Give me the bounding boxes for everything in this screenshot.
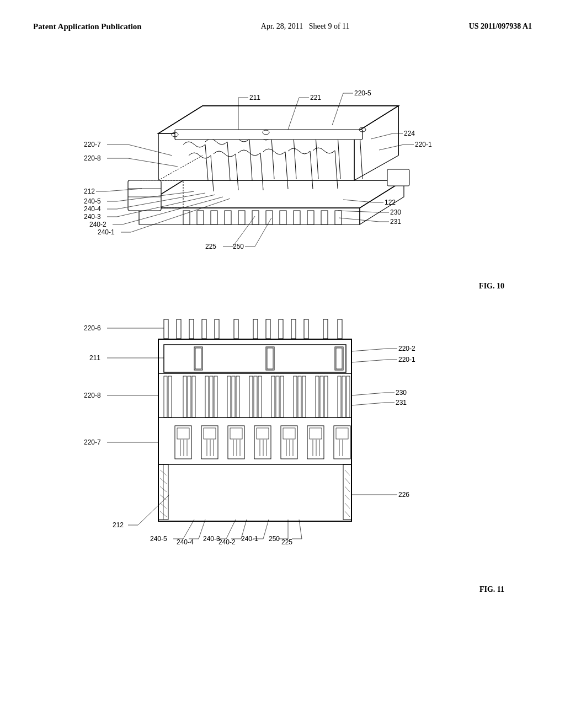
svg-line-188 [183,520,194,539]
label-220-7: 220-7 [84,141,101,148]
svg-line-69 [339,218,379,222]
svg-rect-75 [215,319,219,339]
label-220-7b: 220-7 [84,438,101,446]
label-240-5b: 240-5 [150,535,167,543]
svg-rect-74 [202,319,206,339]
label-240-3b: 240-3 [203,535,220,543]
label-240-1b: 240-1 [241,535,258,543]
patent-page: Patent Application Publication Apr. 28, … [0,0,565,728]
svg-rect-79 [279,319,283,339]
svg-rect-76 [234,319,238,339]
figure-10-section: 211 221 220-5 220-7 220-8 224 22 [33,48,532,291]
svg-rect-81 [304,319,308,339]
svg-rect-26 [225,211,231,224]
label-220-1b: 220-1 [398,356,415,363]
label-224: 224 [404,130,415,137]
svg-rect-28 [252,211,259,224]
svg-line-200 [299,520,302,539]
svg-rect-30 [280,211,286,224]
svg-line-67 [338,211,379,212]
svg-line-45 [371,133,393,139]
label-240-2b: 240-2 [218,538,236,546]
label-240-3: 240-3 [84,213,101,221]
svg-rect-33 [321,211,328,224]
fig10-caption: FIG. 10 [6,282,504,291]
fig10-svg: 211 221 220-5 220-7 220-8 224 22 [73,48,492,280]
label-230: 230 [390,208,401,216]
svg-rect-85 [164,345,346,372]
label-250b: 250 [269,535,280,543]
svg-line-174 [351,349,387,351]
label-220-2: 220-2 [398,345,415,352]
label-220-6: 220-6 [84,324,101,332]
page-header: Patent Application Publication Apr. 28, … [33,22,532,31]
label-122: 122 [385,199,396,206]
svg-rect-150 [334,426,350,459]
figure-11-section: 220-6 211 220-2 220-1 220-8 230 [33,307,532,594]
label-240-4b: 240-4 [177,538,194,546]
svg-rect-80 [291,319,296,339]
patent-number: US 2011/097938 A1 [469,22,532,31]
label-212b: 212 [113,521,124,529]
svg-rect-83 [338,319,342,339]
svg-marker-9 [158,133,354,180]
label-240-5: 240-5 [84,197,101,205]
fig11-caption: FIG. 11 [6,585,504,594]
label-211b: 211 [89,354,100,362]
svg-rect-31 [294,211,300,224]
svg-rect-27 [238,211,245,224]
svg-line-192 [226,520,236,539]
label-231b: 231 [396,399,407,406]
svg-rect-130 [228,426,244,459]
label-250: 250 [233,243,244,250]
label-225b: 225 [281,538,292,546]
svg-rect-140 [281,426,297,459]
svg-rect-25 [211,211,217,224]
svg-rect-22 [387,169,409,186]
svg-rect-72 [177,319,181,339]
label-220-5: 220-5 [354,89,371,97]
svg-rect-77 [253,319,258,339]
svg-line-176 [351,360,387,362]
svg-rect-71 [164,319,168,339]
svg-marker-0 [139,180,404,208]
svg-rect-29 [266,211,273,224]
svg-line-65 [343,200,374,202]
label-225: 225 [205,243,216,250]
pub-date: Apr. 28, 2011 [261,22,303,30]
svg-line-182 [351,403,385,405]
label-240-4: 240-4 [84,205,101,213]
label-212: 212 [84,188,95,195]
svg-line-196 [263,520,269,539]
label-220-8: 220-8 [84,154,101,162]
svg-rect-24 [197,211,204,224]
label-230b: 230 [396,389,407,397]
publication-title: Patent Application Publication [33,22,142,31]
svg-rect-78 [266,319,270,339]
svg-rect-32 [307,211,314,224]
svg-line-47 [379,144,404,150]
svg-rect-125 [201,426,218,459]
label-221: 221 [310,94,321,101]
label-220-1: 220-1 [415,141,432,148]
svg-rect-34 [335,211,342,224]
svg-rect-120 [175,426,191,459]
label-220-8b: 220-8 [84,392,101,399]
svg-rect-135 [254,426,271,459]
sheet-info: Sheet 9 of 11 [309,22,350,30]
svg-rect-23 [183,211,190,224]
label-240-1: 240-1 [98,228,115,236]
label-226: 226 [398,491,409,499]
label-240-2: 240-2 [89,221,106,228]
svg-rect-82 [323,319,328,339]
header-center: Apr. 28, 2011 Sheet 9 of 11 [261,22,350,31]
svg-line-180 [351,393,385,395]
label-211: 211 [249,94,260,101]
svg-rect-73 [189,319,194,339]
svg-rect-145 [307,426,324,459]
fig11-svg: 220-6 211 220-2 220-1 220-8 230 [73,307,492,583]
label-231: 231 [390,218,401,226]
